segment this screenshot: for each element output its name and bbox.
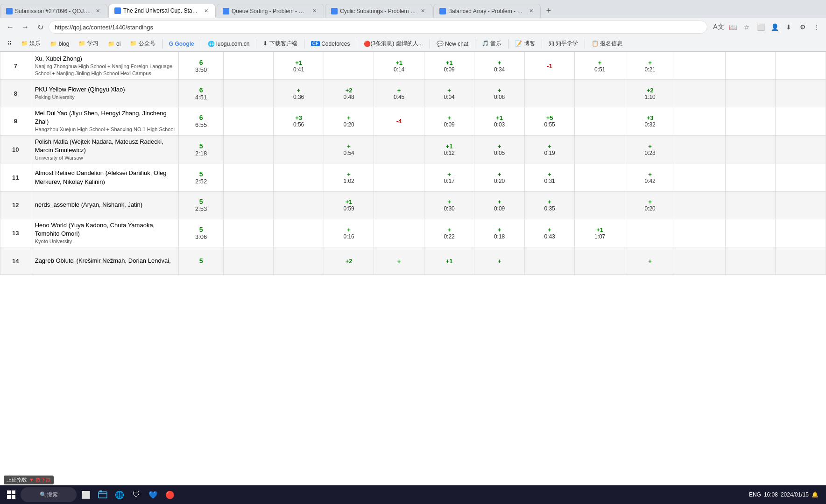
tab-close-cs-icon[interactable]: ✕ xyxy=(420,7,426,15)
prob-j xyxy=(675,164,726,191)
screenshot-icon[interactable]: ⬜ xyxy=(755,21,766,33)
tab-label-ba: Balanced Array - Problem - QOJ... xyxy=(448,8,525,14)
address-text: https://qoj.ac/contest/1440/standings xyxy=(55,24,153,31)
prob-a xyxy=(223,52,274,80)
edge-button[interactable]: 🌐 xyxy=(112,487,127,502)
vscode-button[interactable]: 💙 xyxy=(146,487,161,502)
prob-time: 0:09 xyxy=(494,205,505,212)
bookmark-google[interactable]: G Google xyxy=(165,40,198,48)
prob-e: + 0:22 xyxy=(424,219,474,247)
bookmark-entertainment[interactable]: 📁 娱乐 xyxy=(17,39,44,49)
prob-f: + 0:08 xyxy=(474,80,525,107)
bookmark-apps-icon[interactable]: ⠿ xyxy=(4,40,15,48)
prob-score: + xyxy=(498,87,501,94)
taskbar: 🔍 搜索 ⬜ 🌐 🛡 💙 🔴 ENG 16:08 2024/01/15 🔔 xyxy=(0,485,826,504)
bookmark-zhihu[interactable]: 知 知乎学学 xyxy=(545,39,582,49)
score-cell: 6 3:50 xyxy=(179,52,224,80)
bookmark-blog2[interactable]: 📝 博客 xyxy=(511,39,538,49)
bookmark-blog[interactable]: 📁 blog xyxy=(46,40,73,48)
solved-count: 6 xyxy=(183,114,219,121)
tab-label: Submission #277096 - QOJ.ac xyxy=(15,8,91,14)
prob-b xyxy=(274,135,324,164)
svg-rect-1 xyxy=(12,490,15,494)
bookmark-download-client[interactable]: ⬇ 下载客户端 xyxy=(259,39,301,49)
prob-h xyxy=(575,135,625,164)
explorer-button[interactable] xyxy=(95,487,110,502)
svg-rect-0 xyxy=(7,490,11,494)
ime-indicator: ENG xyxy=(749,491,761,498)
address-input[interactable]: https://qoj.ac/contest/1440/standings xyxy=(49,21,707,34)
svg-rect-5 xyxy=(99,490,102,492)
notification-button[interactable]: 🔴 xyxy=(162,487,177,502)
back-button[interactable]: ← xyxy=(4,21,17,34)
tab-close-active-icon[interactable]: ✕ xyxy=(203,7,210,14)
prob-h xyxy=(575,107,625,136)
prob-e: + 0:17 xyxy=(424,164,474,191)
prob-k xyxy=(725,80,776,107)
prob-score: + xyxy=(347,171,351,178)
prob-d xyxy=(374,164,424,191)
bookmark-music[interactable]: 🎵 音乐 xyxy=(478,39,505,49)
tab-bar: Submission #277096 - QOJ.ac ✕ The 2nd Un… xyxy=(0,0,826,18)
prob-b: + 0:36 xyxy=(274,80,324,107)
prob-time: 0:54 xyxy=(343,150,354,156)
settings-icon[interactable]: ⚙ xyxy=(797,21,808,33)
prob-score: + xyxy=(648,59,652,66)
search-button[interactable]: 🔍 搜索 xyxy=(21,487,77,502)
profile-icon[interactable]: 👤 xyxy=(769,21,780,33)
bookmark-oi[interactable]: 📁 oi xyxy=(104,40,125,48)
bookmark-codeforces[interactable]: CF Codeforces xyxy=(307,40,354,48)
prob-j xyxy=(675,52,726,80)
tab-close-ba-icon[interactable]: ✕ xyxy=(528,7,535,15)
tab-cyclic-substrings[interactable]: Cyclic Substrings - Problem - QC... ✕ xyxy=(325,4,432,18)
table-row: 10 Polish Mafia (Wojtek Nadara, Mateusz … xyxy=(0,135,826,164)
bookmark-luogu[interactable]: 🌐 luogu.com.cn xyxy=(204,40,254,48)
new-tab-button[interactable]: + xyxy=(542,4,556,18)
download-icon[interactable]: ⬇ xyxy=(783,21,794,33)
windows-security-button[interactable]: 🛡 xyxy=(129,487,144,502)
prob-e: + 0:04 xyxy=(424,80,474,107)
bookmark-wechat-msg[interactable]: 🔴 (3条消息) 彪悍的人... xyxy=(360,39,427,49)
prob-i: + 0:42 xyxy=(625,164,675,191)
prob-c: + 0:20 xyxy=(324,107,374,136)
bookmark-icon[interactable]: ☆ xyxy=(741,21,752,33)
bookmark-new-chat[interactable]: 💬 New chat xyxy=(433,40,472,48)
tab-close-qs-icon[interactable]: ✕ xyxy=(311,7,318,15)
solved-count: 6 xyxy=(183,86,219,94)
tab-queue-sorting[interactable]: Queue Sorting - Problem - QOJ... ✕ xyxy=(217,4,324,18)
prob-score: + xyxy=(498,59,501,66)
prob-b xyxy=(274,219,324,247)
tab-favicon-active xyxy=(114,7,121,14)
prob-score: + xyxy=(447,226,451,233)
prob-k xyxy=(725,219,776,247)
score-cell: 5 2:53 xyxy=(179,191,224,219)
taskview-button[interactable]: ⬜ xyxy=(78,487,93,502)
prob-l xyxy=(776,80,826,107)
tab-balanced-array[interactable]: Balanced Array - Problem - QOJ... ✕ xyxy=(433,4,541,18)
translate-icon[interactable]: A文 xyxy=(713,21,724,33)
bookmark-register[interactable]: 📋 报名信息 xyxy=(588,39,626,49)
prob-a xyxy=(223,219,274,247)
tab-close-icon[interactable]: ✕ xyxy=(94,7,101,15)
bookmark-separator10 xyxy=(585,39,585,49)
more-icon[interactable]: ⋮ xyxy=(811,21,822,33)
bookmark-wechat[interactable]: 📁 公众号 xyxy=(126,39,159,49)
prob-g xyxy=(524,80,575,107)
reload-button[interactable]: ↻ xyxy=(34,21,47,34)
score-cell: 5 2:18 xyxy=(179,135,224,164)
prob-h xyxy=(575,191,625,219)
start-button[interactable] xyxy=(4,487,19,502)
bookmark-study[interactable]: 📁 学习 xyxy=(75,39,102,49)
tab-submission[interactable]: Submission #277096 - QOJ.ac ✕ xyxy=(0,4,107,18)
forward-button[interactable]: → xyxy=(19,21,32,34)
tab-standings[interactable]: The 2nd Universal Cup. Stage 12... ✕ xyxy=(108,4,216,18)
prob-f: + 0:34 xyxy=(474,52,525,80)
total-time: 4:51 xyxy=(183,94,219,101)
prob-j xyxy=(675,80,726,107)
prob-score: -4 xyxy=(396,118,402,125)
reader-icon[interactable]: 📖 xyxy=(727,21,738,33)
rank-cell: 12 xyxy=(0,191,31,219)
notification-icon[interactable]: 🔔 xyxy=(812,491,819,498)
prob-score: +1 xyxy=(446,59,453,66)
prob-time: 0:45 xyxy=(394,94,404,100)
